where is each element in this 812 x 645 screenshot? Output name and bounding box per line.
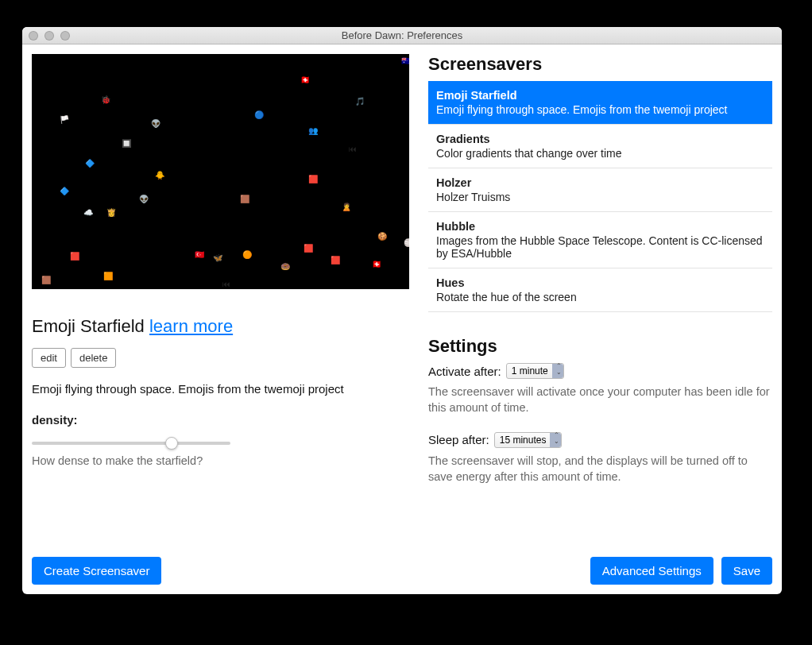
screensaver-item-desc: Holzer Truisms: [436, 191, 763, 203]
sleep-after-select[interactable]: 15 minutes: [494, 432, 562, 448]
density-label: density:: [32, 413, 409, 427]
screensaver-list-item[interactable]: Emoji StarfieldEmoji flying through spac…: [428, 81, 772, 125]
preview-emoji: 🟫: [41, 276, 51, 284]
screensaver-preview: 🇦🇺🇨🇭🎵🐞🏳️👽🔵👥🔲🔷⏮🐥🔷🟥👽🟫☁️👸🙎🍪🏐🟥🟧🇹🇷🦋🟠🍩🟥🟥🇨🇭🟫⏮: [32, 54, 409, 289]
screensaver-title-row: Emoji Starfield learn more: [32, 316, 409, 337]
activate-after-label: Activate after:: [428, 365, 501, 378]
activate-after-help: The screensaver will activate once your …: [428, 384, 772, 416]
screensaver-item-name: Emoji Starfield: [436, 89, 763, 102]
close-window-button[interactable]: [29, 31, 38, 41]
footer: Create Screensaver Advanced Settings Sav…: [22, 547, 782, 594]
edit-button[interactable]: edit: [32, 348, 66, 368]
preview-emoji: 🔲: [122, 140, 131, 148]
preview-emoji: 🍩: [280, 263, 290, 271]
sleep-after-label: Sleep after:: [428, 433, 489, 446]
sleep-after-row: Sleep after: 15 minutes: [428, 432, 772, 448]
preview-emoji: 🇹🇷: [195, 251, 204, 259]
traffic-lights: [22, 31, 70, 41]
preview-emoji: 🐞: [101, 96, 110, 104]
preview-emoji: 🔵: [254, 111, 264, 119]
minimize-window-button[interactable]: [44, 31, 54, 41]
screensaver-item-name: Gradients: [436, 133, 763, 145]
screensaver-description: Emoji flying through space. Emojis from …: [32, 382, 409, 396]
screensaver-details: Emoji Starfield learn more edit delete E…: [32, 316, 409, 467]
screensavers-heading: Screensavers: [428, 54, 772, 75]
preview-emoji: ⏮: [349, 145, 357, 153]
edit-delete-row: edit delete: [32, 348, 409, 368]
preview-emoji: 👸: [106, 209, 116, 217]
preview-emoji: 🟥: [304, 245, 313, 253]
preview-emoji: 🎵: [355, 98, 365, 106]
sleep-after-select-wrap: 15 minutes: [494, 432, 562, 448]
preview-emoji: ☁️: [83, 209, 93, 217]
screensaver-item-name: Hues: [436, 276, 763, 289]
preview-emoji: 🍪: [377, 233, 387, 241]
screensaver-item-desc: Images from the Hubble Space Telescope. …: [436, 234, 763, 260]
footer-right: Advanced Settings Save: [590, 557, 772, 585]
activate-after-select[interactable]: 1 minute: [506, 363, 564, 379]
preview-emoji: 🐥: [155, 172, 164, 180]
preview-emoji: 🦋: [213, 254, 222, 262]
screensaver-list[interactable]: Emoji StarfieldEmoji flying through spac…: [428, 81, 772, 312]
preview-emoji: 🔷: [60, 187, 69, 195]
right-column: Screensavers Emoji StarfieldEmoji flying…: [428, 54, 772, 547]
preview-emoji: 🟫: [240, 195, 249, 203]
preview-emoji: 🟧: [103, 272, 113, 280]
content: 🇦🇺🇨🇭🎵🐞🏳️👽🔵👥🔲🔷⏮🐥🔷🟥👽🟫☁️👸🙎🍪🏐🟥🟧🇹🇷🦋🟠🍩🟥🟥🇨🇭🟫⏮ E…: [22, 44, 782, 547]
preview-emoji: 👽: [139, 195, 149, 203]
preview-emoji: 🏐: [404, 239, 409, 247]
preview-emoji: 👥: [308, 127, 318, 135]
screensaver-list-item[interactable]: HubbleImages from the Hubble Space Teles…: [428, 212, 772, 268]
screensaver-item-name: Hubble: [436, 220, 763, 233]
preferences-window: Before Dawn: Preferences 🇦🇺🇨🇭🎵🐞🏳️👽🔵👥🔲🔷⏮🐥…: [22, 27, 782, 594]
preview-emoji: 🟥: [70, 253, 79, 261]
left-column: 🇦🇺🇨🇭🎵🐞🏳️👽🔵👥🔲🔷⏮🐥🔷🟥👽🟫☁️👸🙎🍪🏐🟥🟧🇹🇷🦋🟠🍩🟥🟥🇨🇭🟫⏮ E…: [32, 54, 409, 547]
preview-emoji: 🏳️: [60, 116, 69, 124]
density-slider[interactable]: [32, 442, 230, 445]
density-help: How dense to make the starfield?: [32, 454, 409, 467]
preview-emoji: 🟥: [331, 257, 340, 265]
advanced-settings-button[interactable]: Advanced Settings: [590, 557, 713, 585]
save-button[interactable]: Save: [721, 557, 772, 585]
preview-emoji: 🙎: [342, 203, 351, 211]
create-screensaver-button[interactable]: Create Screensaver: [32, 557, 161, 585]
screensaver-title: Emoji Starfield: [32, 316, 145, 336]
preview-emoji: 🇦🇺: [401, 57, 409, 65]
preview-emoji: 🔷: [85, 160, 95, 168]
screensaver-item-desc: Rotate the hue of the screen: [436, 291, 763, 303]
zoom-window-button[interactable]: [60, 31, 70, 41]
screensaver-list-item[interactable]: HuesRotate the hue of the screen: [428, 268, 772, 312]
preview-emoji: 👽: [151, 120, 160, 128]
screensaver-item-desc: Emoji flying through space. Emojis from …: [436, 103, 763, 116]
sleep-after-help: The screensaver will stop, and the displ…: [428, 453, 772, 485]
window-title: Before Dawn: Preferences: [22, 29, 782, 41]
preview-emoji: 🇨🇭: [372, 261, 381, 268]
screensaver-list-item[interactable]: HolzerHolzer Truisms: [428, 168, 772, 212]
activate-after-select-wrap: 1 minute: [506, 363, 564, 379]
settings-section: Settings Activate after: 1 minute The sc…: [428, 336, 772, 500]
activate-after-row: Activate after: 1 minute: [428, 363, 772, 379]
preview-emoji: 🇨🇭: [300, 76, 310, 84]
learn-more-link[interactable]: learn more: [149, 316, 233, 336]
preview-emoji: 🟠: [242, 251, 252, 259]
screensaver-item-desc: Color gradients that change over time: [436, 147, 763, 160]
settings-heading: Settings: [428, 336, 772, 357]
preview-emoji: 🟥: [308, 176, 318, 183]
preview-emoji: ⏮: [222, 280, 230, 288]
screensaver-item-name: Holzer: [436, 176, 763, 189]
screensaver-list-item[interactable]: GradientsColor gradients that change ove…: [428, 125, 772, 168]
delete-button[interactable]: delete: [71, 348, 116, 368]
titlebar: Before Dawn: Preferences: [22, 27, 782, 44]
